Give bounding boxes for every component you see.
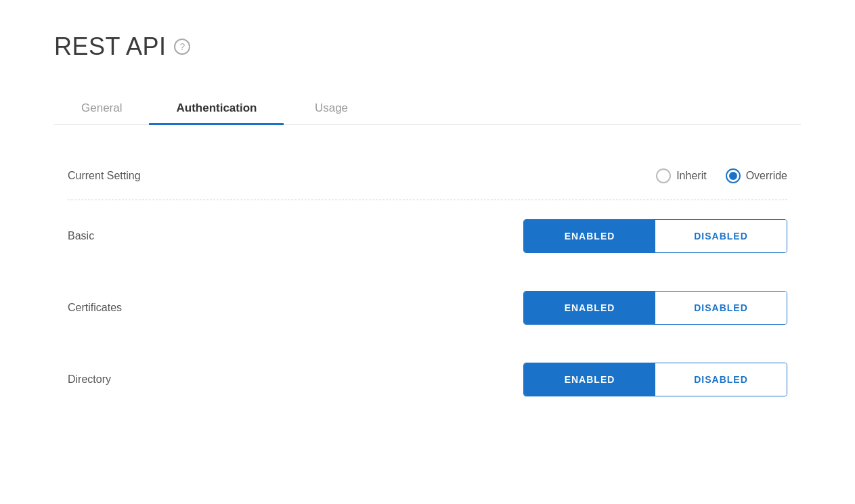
help-icon[interactable]: ? xyxy=(174,39,190,55)
radio-override-circle xyxy=(726,168,741,183)
basic-toggle-row: Basic ENABLED DISABLED xyxy=(68,200,787,272)
radio-override-label: Override xyxy=(746,170,787,182)
radio-override-inner xyxy=(729,172,737,180)
certificates-toggle-row: Certificates ENABLED DISABLED xyxy=(68,272,787,344)
certificates-enabled-button[interactable]: ENABLED xyxy=(524,292,655,324)
tabs-container: General Authentication Usage xyxy=(54,93,801,125)
radio-override[interactable]: Override xyxy=(726,168,787,183)
basic-toggle-switch[interactable]: ENABLED DISABLED xyxy=(523,219,787,253)
directory-label: Directory xyxy=(68,373,111,386)
certificates-disabled-button[interactable]: DISABLED xyxy=(655,292,787,324)
page-title-row: REST API ? xyxy=(54,32,801,61)
radio-inherit[interactable]: Inherit xyxy=(656,168,706,183)
directory-toggle-row: Directory ENABLED DISABLED xyxy=(68,344,787,415)
certificates-toggle-switch[interactable]: ENABLED DISABLED xyxy=(523,291,787,325)
radio-group: Inherit Override xyxy=(656,168,787,183)
tab-authentication[interactable]: Authentication xyxy=(149,93,284,125)
tab-general[interactable]: General xyxy=(54,93,149,125)
radio-inherit-circle xyxy=(656,168,671,183)
certificates-label: Certificates xyxy=(68,302,122,314)
current-setting-label: Current Setting xyxy=(68,170,141,182)
tab-usage[interactable]: Usage xyxy=(284,93,378,125)
directory-toggle-switch[interactable]: ENABLED DISABLED xyxy=(523,363,787,396)
basic-enabled-button[interactable]: ENABLED xyxy=(524,220,655,252)
directory-disabled-button[interactable]: DISABLED xyxy=(655,363,787,396)
basic-label: Basic xyxy=(68,230,94,242)
page-container: REST API ? General Authentication Usage … xyxy=(0,0,855,448)
page-title: REST API xyxy=(54,32,166,61)
directory-enabled-button[interactable]: ENABLED xyxy=(524,363,655,396)
basic-disabled-button[interactable]: DISABLED xyxy=(655,220,787,252)
radio-inherit-label: Inherit xyxy=(676,170,706,182)
current-setting-row: Current Setting Inherit Override xyxy=(68,152,787,200)
content-area: Current Setting Inherit Override Basic E… xyxy=(54,152,801,415)
